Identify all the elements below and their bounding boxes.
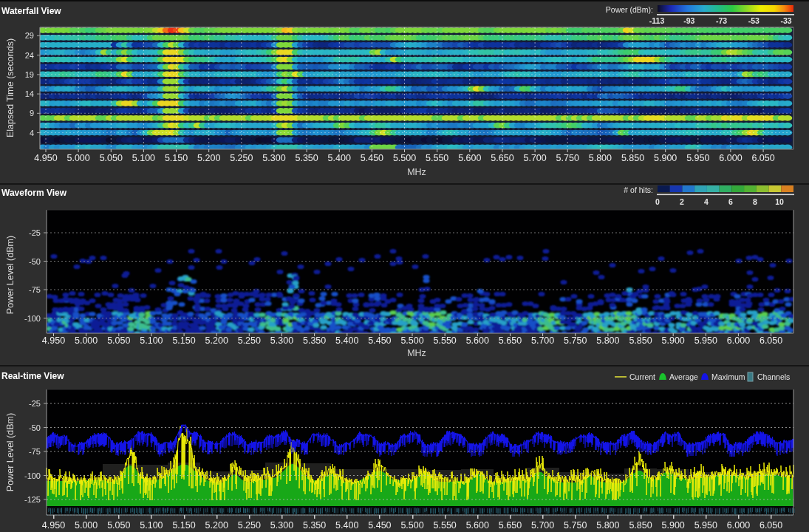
svg-text:Power Level (dBm): Power Level (dBm): [5, 413, 16, 491]
svg-text:5.650: 5.650: [499, 520, 522, 531]
svg-text:5.200: 5.200: [205, 335, 228, 346]
svg-text:5.850: 5.850: [629, 335, 652, 346]
svg-text:9: 9: [30, 109, 34, 117]
svg-text:-73: -73: [716, 16, 727, 25]
svg-text:5.950: 5.950: [694, 335, 717, 346]
svg-text:-50: -50: [29, 423, 41, 432]
svg-text:5.350: 5.350: [295, 153, 318, 163]
svg-text:-50: -50: [29, 257, 41, 266]
svg-text:24: 24: [25, 51, 34, 60]
svg-text:5.250: 5.250: [238, 520, 261, 531]
svg-text:5.450: 5.450: [361, 153, 383, 163]
svg-text:5.400: 5.400: [335, 520, 358, 531]
svg-text:6.050: 6.050: [751, 153, 774, 163]
svg-text:5.100: 5.100: [140, 520, 163, 531]
svg-text:-33: -33: [780, 16, 791, 25]
svg-text:5.150: 5.150: [165, 153, 188, 163]
svg-text:Average: Average: [669, 372, 698, 381]
svg-text:5.050: 5.050: [107, 520, 130, 531]
svg-text:-113: -113: [649, 16, 665, 25]
svg-text:Current: Current: [629, 372, 655, 381]
svg-text:5.000: 5.000: [66, 153, 89, 163]
svg-text:5.500: 5.500: [400, 335, 423, 346]
svg-text:29: 29: [25, 31, 34, 40]
svg-text:5.850: 5.850: [621, 153, 644, 163]
svg-text:-100: -100: [24, 471, 41, 480]
svg-text:5.800: 5.800: [589, 153, 612, 163]
svg-text:14: 14: [25, 89, 34, 98]
svg-text:4.950: 4.950: [34, 153, 57, 163]
svg-text:5.950: 5.950: [686, 153, 709, 163]
svg-text:-75: -75: [29, 447, 41, 456]
svg-text:6.000: 6.000: [727, 520, 750, 531]
svg-text:5.150: 5.150: [172, 335, 195, 346]
svg-text:-25: -25: [29, 399, 41, 408]
svg-text:5.550: 5.550: [426, 153, 448, 163]
svg-text:6: 6: [728, 197, 733, 206]
svg-text:4: 4: [704, 197, 709, 206]
svg-text:5.350: 5.350: [303, 335, 326, 346]
svg-text:6.000: 6.000: [719, 153, 742, 163]
svg-text:5.050: 5.050: [107, 335, 130, 346]
svg-text:5.800: 5.800: [596, 520, 619, 531]
svg-text:8: 8: [753, 197, 757, 206]
svg-text:-100: -100: [24, 314, 41, 323]
svg-text:5.600: 5.600: [466, 520, 489, 531]
svg-text:5.300: 5.300: [270, 520, 293, 531]
svg-text:5.950: 5.950: [694, 520, 717, 531]
svg-text:Waveform View: Waveform View: [1, 188, 67, 198]
svg-text:# of hits:: # of hits:: [624, 185, 653, 194]
svg-text:5.400: 5.400: [335, 335, 358, 346]
svg-text:5.700: 5.700: [523, 153, 546, 163]
svg-text:5.550: 5.550: [434, 520, 457, 531]
svg-text:5.200: 5.200: [205, 520, 228, 531]
svg-text:6.050: 6.050: [759, 335, 782, 346]
svg-text:5.550: 5.550: [434, 335, 457, 346]
svg-text:MHz: MHz: [407, 167, 426, 177]
svg-text:5.500: 5.500: [400, 520, 423, 531]
svg-text:5.600: 5.600: [458, 153, 481, 163]
svg-text:5.250: 5.250: [238, 335, 261, 346]
svg-text:10: 10: [775, 197, 784, 206]
svg-text:5.100: 5.100: [140, 335, 163, 346]
svg-text:5.500: 5.500: [393, 153, 416, 163]
svg-text:5.800: 5.800: [596, 335, 619, 346]
svg-text:5.300: 5.300: [270, 335, 293, 346]
svg-text:5.300: 5.300: [262, 153, 285, 163]
svg-text:4.950: 4.950: [42, 520, 65, 531]
svg-text:Channels: Channels: [757, 372, 790, 381]
svg-text:5.350: 5.350: [303, 520, 326, 531]
svg-text:5.850: 5.850: [629, 520, 652, 531]
svg-text:Maximum: Maximum: [711, 372, 745, 381]
svg-text:5.650: 5.650: [491, 153, 513, 163]
svg-text:5.600: 5.600: [466, 335, 489, 346]
svg-text:Power Level (dBm): Power Level (dBm): [5, 236, 16, 314]
svg-text:-75: -75: [29, 285, 41, 294]
svg-text:Elapsed Time (seconds): Elapsed Time (seconds): [5, 38, 16, 137]
svg-text:-53: -53: [748, 16, 759, 25]
svg-text:2: 2: [680, 197, 684, 206]
svg-text:5.050: 5.050: [100, 153, 123, 163]
svg-text:5.650: 5.650: [499, 335, 522, 346]
svg-text:5.700: 5.700: [531, 335, 554, 346]
svg-text:4.950: 4.950: [42, 335, 65, 346]
svg-text:Power (dBm):: Power (dBm):: [606, 5, 653, 14]
svg-text:5.750: 5.750: [564, 520, 587, 531]
svg-text:5.000: 5.000: [75, 520, 98, 531]
svg-text:5.200: 5.200: [197, 153, 220, 163]
svg-text:19: 19: [25, 70, 34, 79]
svg-text:5.900: 5.900: [662, 335, 685, 346]
svg-text:5.700: 5.700: [531, 520, 554, 531]
svg-text:5.450: 5.450: [368, 335, 391, 346]
svg-text:5.250: 5.250: [230, 153, 253, 163]
svg-text:5.400: 5.400: [328, 153, 351, 163]
svg-text:5.900: 5.900: [662, 520, 685, 531]
svg-text:6.000: 6.000: [727, 335, 750, 346]
svg-text:MHz: MHz: [407, 348, 426, 358]
svg-text:4: 4: [30, 129, 34, 137]
svg-text:-125: -125: [24, 495, 41, 504]
svg-text:5.150: 5.150: [172, 520, 195, 531]
svg-text:0: 0: [655, 197, 660, 206]
svg-text:5.750: 5.750: [564, 335, 587, 346]
svg-text:5.450: 5.450: [368, 520, 391, 531]
